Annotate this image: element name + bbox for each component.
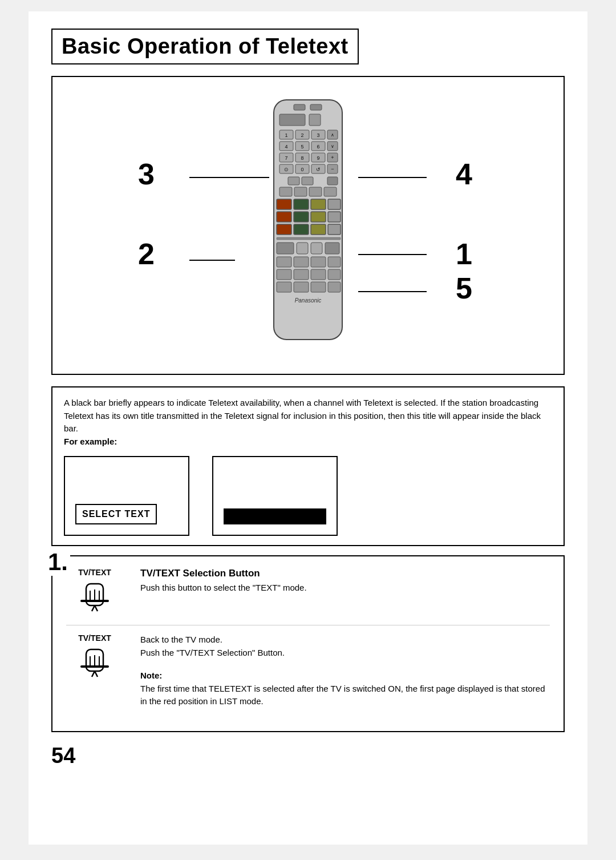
- line-3: [189, 177, 269, 178]
- svg-rect-38: [302, 177, 313, 185]
- description-text: A black bar briefly appears to indicate …: [64, 397, 552, 435]
- svg-rect-69: [277, 282, 291, 292]
- svg-text:9: 9: [317, 155, 319, 161]
- remote-control: 1 2 3 ∧ 4 5 6 ∨: [262, 94, 354, 348]
- line-5: [358, 291, 427, 292]
- svg-line-83: [92, 671, 95, 677]
- description-box: A black bar briefly appears to indicate …: [51, 386, 565, 546]
- svg-rect-2: [310, 104, 322, 110]
- svg-text:2: 2: [301, 132, 303, 138]
- svg-rect-55: [328, 224, 341, 235]
- label-5: 5: [456, 271, 472, 305]
- screen-box-2: [212, 456, 338, 536]
- line-2: [189, 260, 235, 261]
- svg-rect-52: [277, 224, 291, 235]
- button-title: TV/TEXT Selection Button: [140, 568, 550, 579]
- remote-area: 3 4 2 1 5: [64, 88, 552, 362]
- svg-rect-46: [311, 199, 326, 209]
- tv-text-label-1: TV/TEXT: [78, 568, 111, 577]
- svg-rect-42: [309, 187, 322, 196]
- svg-text:1: 1: [285, 132, 287, 138]
- svg-rect-72: [328, 282, 341, 292]
- svg-text:0: 0: [301, 167, 303, 172]
- tv-text-label-2: TV/TEXT: [78, 633, 111, 643]
- svg-rect-43: [324, 187, 337, 196]
- svg-rect-1: [294, 104, 305, 110]
- line-4: [358, 177, 427, 178]
- svg-rect-64: [328, 257, 341, 267]
- section-number: 1.: [46, 548, 70, 576]
- button-desc: Push this button to select the "TEXT" mo…: [140, 582, 550, 595]
- note-label: Note:: [140, 669, 550, 683]
- label-4: 4: [456, 157, 472, 191]
- label-1: 1: [456, 237, 472, 271]
- svg-rect-50: [311, 212, 326, 222]
- svg-rect-62: [294, 257, 309, 267]
- svg-rect-41: [294, 187, 307, 196]
- section-right-1: TV/TEXT Selection Button Push this butto…: [140, 568, 550, 613]
- svg-rect-58: [297, 243, 308, 254]
- svg-rect-75: [80, 600, 109, 602]
- section-left-1: TV/TEXT: [66, 568, 123, 613]
- svg-text:3: 3: [317, 132, 319, 138]
- page-number: 54: [51, 744, 565, 768]
- svg-rect-67: [311, 269, 326, 280]
- note-text: The first time that TELETEXT is selected…: [140, 683, 550, 708]
- screen-box-1: SELECT TEXT: [64, 456, 189, 536]
- svg-rect-45: [294, 199, 309, 209]
- hand-icon-2: [78, 645, 112, 679]
- svg-text:7: 7: [285, 155, 287, 161]
- svg-text:−: −: [331, 166, 334, 172]
- svg-text:↺: ↺: [316, 167, 321, 172]
- svg-rect-3: [279, 114, 305, 126]
- diagram-box: 3 4 2 1 5: [51, 76, 565, 375]
- svg-rect-61: [277, 257, 291, 267]
- example-screens: SELECT TEXT: [64, 456, 552, 536]
- section-left-2: TV/TEXT: [66, 633, 123, 708]
- svg-rect-66: [294, 269, 309, 280]
- svg-rect-47: [328, 199, 341, 209]
- back-desc-2: Push the "TV/TEXT Selection" Button.: [140, 647, 550, 660]
- svg-rect-4: [309, 114, 321, 126]
- page-container: Basic Operation of Teletext 3 4 2 1 5: [29, 11, 587, 845]
- page-title: Basic Operation of Teletext: [51, 29, 359, 64]
- svg-rect-53: [294, 224, 309, 235]
- for-example-label: For example:: [64, 435, 552, 449]
- svg-rect-39: [327, 177, 338, 185]
- label-2: 2: [138, 237, 155, 271]
- svg-text:4: 4: [285, 144, 287, 150]
- black-bar: [224, 508, 326, 524]
- note-label-text: Note:: [140, 671, 162, 680]
- svg-rect-56: [277, 237, 341, 240]
- svg-line-76: [92, 605, 95, 611]
- section-inner-2: TV/TEXT Back to the TV mode. Push the "T…: [66, 633, 550, 708]
- section-right-2: Back to the TV mode. Push the "TV/TEXT S…: [140, 633, 550, 708]
- svg-rect-54: [311, 224, 326, 235]
- svg-text:8: 8: [301, 155, 303, 161]
- select-text-label: SELECT TEXT: [75, 504, 157, 524]
- svg-rect-40: [279, 187, 292, 196]
- svg-rect-57: [277, 243, 294, 254]
- svg-rect-60: [325, 243, 339, 254]
- svg-rect-59: [311, 243, 322, 254]
- label-3: 3: [138, 157, 155, 191]
- svg-rect-48: [277, 212, 291, 222]
- svg-rect-70: [294, 282, 309, 292]
- svg-text:5: 5: [301, 144, 303, 150]
- svg-line-84: [95, 671, 98, 677]
- svg-rect-49: [294, 212, 309, 222]
- svg-text:∨: ∨: [331, 144, 334, 149]
- section-divider: [66, 625, 550, 625]
- svg-rect-63: [311, 257, 326, 267]
- svg-text:∧: ∧: [331, 132, 334, 138]
- section-1-box: 1. TV/TEXT TV/TEXT Selection Button Push: [51, 555, 565, 732]
- svg-rect-71: [311, 282, 326, 292]
- hand-icon-1: [78, 579, 112, 613]
- svg-text:+: +: [331, 155, 334, 160]
- svg-text:Panasonic: Panasonic: [295, 297, 322, 304]
- svg-rect-37: [288, 177, 299, 185]
- svg-text:6: 6: [317, 144, 319, 150]
- svg-rect-82: [80, 665, 109, 668]
- section-inner-1: TV/TEXT TV/TEXT Selection Button Push th…: [66, 568, 550, 613]
- svg-rect-51: [328, 212, 341, 222]
